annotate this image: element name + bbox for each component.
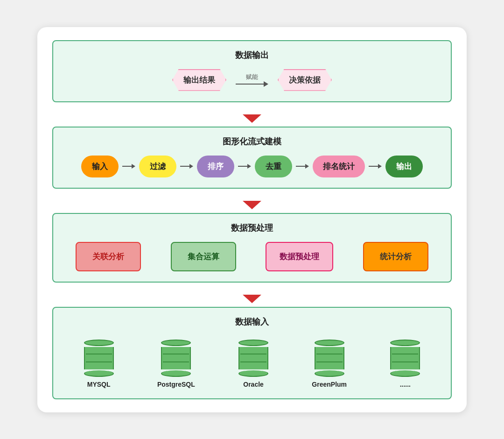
db-item-1: PostgreSQL [157,340,195,388]
flow-node-1: 过滤 [139,156,176,177]
preprocess-row: 关联分析 集合运算 数据预处理 统计分析 [64,242,440,271]
db-line-4b [392,361,418,362]
section-dbinput: 数据输入 MYSQL [52,307,452,399]
sm-arrowhead-0 [132,164,135,169]
db-line-1a [163,354,189,354]
db-body-4 [390,347,420,369]
small-arrow-1 [180,164,193,169]
flow-node-5: 输出 [385,156,423,177]
small-arrow-2 [238,164,251,169]
db-label-0: MYSQL [87,381,111,388]
sm-line-2 [238,166,247,167]
diagram-wrapper: 数据输出 输出结果 赋能 决策依据 图形化流式建模 输入 [37,27,467,412]
flow-node-2: 排序 [197,156,234,177]
db-item-2: Oracle [238,340,268,388]
section-output: 数据输出 输出结果 赋能 决策依据 [52,40,452,102]
proc-node-1: 集合运算 [171,242,236,271]
output-arrow-label: 赋能 [246,73,258,81]
db-icon-1 [161,340,191,377]
section-dbinput-title: 数据输入 [64,316,440,327]
output-node1: 输出结果 [172,69,226,91]
sm-arrowhead-4 [378,164,382,169]
small-arrow-4 [369,164,382,169]
db-top-4 [390,340,420,346]
sm-arrowhead-3 [305,164,309,169]
line-body [236,84,264,85]
db-icon-4 [390,340,420,377]
output-row: 输出结果 赋能 决策依据 [64,69,440,91]
sm-line-3 [296,166,305,167]
db-body-3 [315,347,344,369]
db-bottom-3 [315,370,344,377]
arrow-head-2 [243,201,261,209]
flow-node-3: 去重 [255,156,292,177]
db-top-3 [315,340,344,346]
db-line-0b [86,361,112,362]
db-body-0 [84,347,114,369]
db-line-4a [392,354,418,354]
db-top-1 [161,340,191,346]
sm-arrowhead-1 [189,164,193,169]
sm-line-0 [122,166,132,167]
output-arrow: 赋能 [236,73,268,87]
db-body-1 [161,347,191,369]
section-modeling: 图形化流式建模 输入 过滤 排序 去重 排名统计 [52,127,452,189]
db-row: MYSQL PostgreSQL [64,336,440,388]
db-bottom-4 [390,370,420,377]
db-icon-2 [238,340,268,377]
proc-node-3: 统计分析 [363,242,428,271]
arrow-head-3 [243,295,261,303]
db-line-3b [316,361,343,362]
db-label-2: Oracle [243,381,264,388]
db-item-4: ...... [390,340,420,388]
db-label-4: ...... [400,381,411,388]
section-preprocess: 数据预处理 关联分析 集合运算 数据预处理 统计分析 [52,213,452,283]
flow-row: 输入 过滤 排序 去重 排名统计 [64,156,440,177]
arrow-head-1 [243,114,261,123]
sm-line-4 [369,166,378,167]
small-arrow-3 [296,164,309,169]
section-modeling-title: 图形化流式建模 [64,136,440,147]
section-preprocess-title: 数据预处理 [64,222,440,234]
sm-line-1 [180,166,189,167]
proc-node-2: 数据预处理 [266,242,333,271]
small-arrow-0 [122,164,135,169]
section-output-title: 数据输出 [64,50,440,61]
db-top-0 [84,340,114,346]
db-bottom-2 [238,370,268,377]
db-icon-0 [84,340,114,377]
db-bottom-1 [161,370,191,377]
db-top-2 [238,340,268,346]
db-body-2 [238,347,268,369]
db-label-1: PostgreSQL [157,381,195,388]
db-line-2a [240,354,266,354]
sm-arrowhead-2 [247,164,251,169]
proc-node-0: 关联分析 [76,242,141,271]
db-line-2b [240,361,266,362]
output-node2: 决策依据 [278,69,332,91]
line-arrowhead [264,81,268,87]
db-label-3: GreenPlum [312,381,347,388]
db-line-3a [316,354,343,354]
db-bottom-0 [84,370,114,377]
db-line-0a [86,354,112,354]
db-line-1b [163,361,189,362]
db-item-0: MYSQL [84,340,114,388]
output-horiz-line [236,81,268,87]
flow-node-0: 输入 [81,156,119,177]
db-item-3: GreenPlum [312,340,347,388]
db-icon-3 [315,340,344,377]
flow-node-4: 排名统计 [313,156,365,177]
